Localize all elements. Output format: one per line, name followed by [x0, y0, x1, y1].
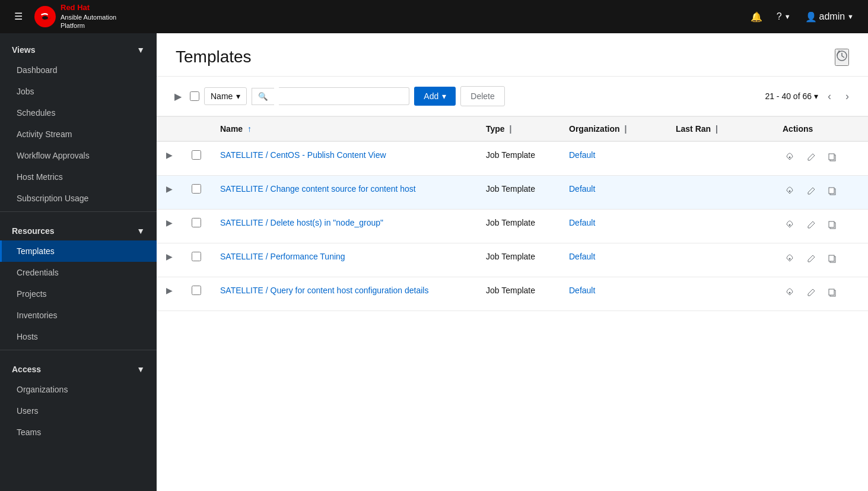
sidebar-item-host-metrics[interactable]: Host Metrics	[0, 166, 157, 188]
sidebar-item-hosts[interactable]: Hosts	[0, 326, 157, 347]
row-checkbox[interactable]	[192, 218, 201, 227]
template-name-link[interactable]: SATELLITE / Query for content host confi…	[220, 286, 428, 295]
expand-right-icon: ▶	[174, 91, 182, 102]
copy-button[interactable]	[825, 150, 840, 167]
template-name-link[interactable]: SATELLITE / Change content source for co…	[220, 184, 416, 194]
launch-button[interactable]	[783, 252, 797, 268]
views-collapse-icon: ▼	[136, 45, 145, 55]
row-expand-button[interactable]: ▶	[166, 286, 173, 295]
notifications-button[interactable]: 🔔	[746, 7, 767, 27]
row-expand-button[interactable]: ▶	[166, 252, 173, 261]
organization-link[interactable]: Default	[569, 184, 595, 194]
svg-rect-17	[829, 289, 834, 295]
templates-table: Name ↑ Type | Organization | Last Ran |	[157, 116, 868, 311]
template-type: Job Template	[486, 252, 535, 261]
hamburger-menu-button[interactable]: ☰	[9, 6, 27, 27]
template-name-link[interactable]: SATELLITE / CentOS - Publish Content Vie…	[220, 150, 386, 160]
launch-button[interactable]	[783, 286, 797, 302]
sidebar-item-teams[interactable]: Teams	[0, 422, 157, 443]
organization-link[interactable]: Default	[569, 252, 595, 261]
sidebar-resources-header[interactable]: Resources ▼	[0, 214, 157, 240]
copy-icon	[828, 186, 837, 196]
rocket-icon	[785, 186, 794, 196]
sidebar-item-inventories[interactable]: Inventories	[0, 305, 157, 326]
sidebar-item-subscription-usage[interactable]: Subscription Usage	[0, 188, 157, 209]
row-expand-button[interactable]: ▶	[166, 150, 173, 160]
sidebar-item-label: Projects	[17, 289, 47, 299]
copy-button[interactable]	[825, 286, 840, 302]
organization-link[interactable]: Default	[569, 150, 595, 160]
expand-all-button[interactable]: ▶	[171, 87, 185, 106]
rocket-icon	[785, 288, 794, 297]
sidebar-item-organizations[interactable]: Organizations	[0, 379, 157, 400]
edit-button[interactable]	[804, 150, 818, 167]
sidebar-item-label: Subscription Usage	[17, 194, 88, 203]
col-type-header: Type |	[476, 117, 559, 142]
row-expand-button[interactable]: ▶	[166, 184, 173, 194]
delete-label: Delete	[470, 91, 494, 101]
template-type: Job Template	[486, 184, 535, 194]
table-row: ▶ SATELLITE / CentOS - Publish Content V…	[157, 141, 868, 176]
copy-button[interactable]	[825, 184, 840, 201]
search-submit-button[interactable]: 🔍	[252, 88, 274, 105]
user-icon: 👤	[805, 11, 817, 23]
org-filter-icon[interactable]: |	[624, 124, 627, 134]
search-input[interactable]	[279, 87, 409, 105]
sidebar-item-label: Workflow Approvals	[17, 151, 90, 160]
template-name-link[interactable]: SATELLITE / Performance Tuning	[220, 252, 345, 261]
sidebar-item-credentials[interactable]: Credentials	[0, 262, 157, 283]
edit-button[interactable]	[804, 252, 818, 268]
sidebar-item-templates[interactable]: Templates	[0, 240, 157, 262]
next-page-button[interactable]: ›	[841, 88, 854, 105]
history-button[interactable]	[835, 49, 849, 66]
edit-button[interactable]	[804, 218, 818, 235]
template-name-link[interactable]: SATELLITE / Delete host(s) in "node_grou…	[220, 218, 383, 227]
sort-asc-icon: ↑	[247, 124, 252, 134]
sidebar-item-label: Credentials	[17, 268, 59, 277]
copy-button[interactable]	[825, 218, 840, 235]
row-checkbox[interactable]	[192, 286, 201, 295]
sidebar-item-jobs[interactable]: Jobs	[0, 81, 157, 102]
col-name-header[interactable]: Name ↑	[211, 117, 476, 142]
edit-button[interactable]	[804, 184, 818, 201]
row-checkbox[interactable]	[192, 252, 201, 261]
sidebar-views-header[interactable]: Views ▼	[0, 33, 157, 59]
sidebar-item-workflow-approvals[interactable]: Workflow Approvals	[0, 145, 157, 166]
previous-page-button[interactable]: ‹	[823, 88, 836, 105]
row-checkbox[interactable]	[192, 150, 201, 160]
sidebar-item-dashboard[interactable]: Dashboard	[0, 59, 157, 81]
col-check-header	[182, 117, 211, 142]
sidebar-item-users[interactable]: Users	[0, 400, 157, 422]
row-expand-button[interactable]: ▶	[166, 218, 173, 227]
launch-button[interactable]	[783, 150, 797, 167]
filter-select[interactable]: Name ▾	[204, 87, 247, 105]
page-title: Templates	[176, 47, 252, 66]
sidebar-divider-2	[0, 350, 157, 350]
copy-button[interactable]	[825, 252, 840, 268]
rocket-icon	[785, 220, 794, 230]
sidebar-item-projects[interactable]: Projects	[0, 283, 157, 305]
organization-link[interactable]: Default	[569, 218, 595, 227]
type-filter-icon[interactable]: |	[510, 124, 512, 134]
sidebar-item-label: Jobs	[17, 87, 34, 96]
table-row: ▶ SATELLITE / Performance Tuning Job Tem…	[157, 243, 868, 277]
sidebar-item-activity-stream[interactable]: Activity Stream	[0, 123, 157, 145]
lastran-filter-icon[interactable]: |	[716, 124, 718, 134]
help-button[interactable]: ? ▼	[772, 7, 796, 27]
launch-button[interactable]	[783, 218, 797, 235]
select-all-checkbox[interactable]	[190, 91, 199, 101]
user-menu-button[interactable]: 👤 admin ▼	[800, 7, 859, 27]
launch-button[interactable]	[783, 184, 797, 201]
sidebar-item-schedules[interactable]: Schedules	[0, 102, 157, 123]
delete-button[interactable]: Delete	[460, 86, 504, 106]
edit-button[interactable]	[804, 286, 818, 302]
svg-rect-11	[829, 221, 834, 227]
sidebar-access-header[interactable]: Access ▼	[0, 353, 157, 379]
add-button[interactable]: Add ▾	[414, 87, 456, 106]
organization-link[interactable]: Default	[569, 286, 595, 295]
search-icon: 🔍	[258, 92, 268, 101]
row-checkbox[interactable]	[192, 184, 201, 194]
admin-label: admin	[819, 11, 845, 22]
template-type: Job Template	[486, 150, 535, 160]
bell-icon: 🔔	[751, 11, 762, 23]
